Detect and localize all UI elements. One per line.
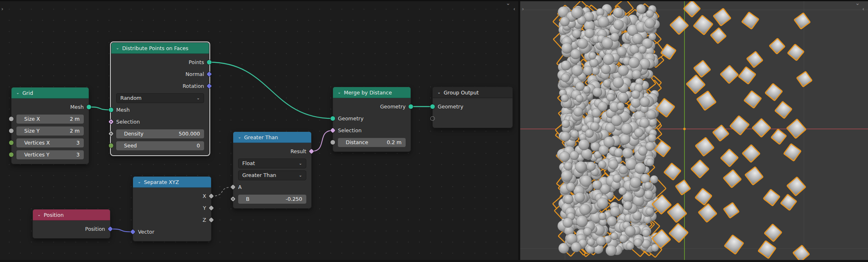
node-editor-canvas[interactable]: ⌄GridMeshSize X2 mSize Y2 mVertices X3Ve…	[0, 0, 518, 262]
world-origin-dot	[683, 128, 686, 130]
greater-b-in-socket[interactable]	[231, 197, 235, 201]
merge-distance-field[interactable]: Distance0.2 m	[338, 138, 406, 147]
greater-b-field[interactable]: B-0.250	[238, 195, 306, 204]
editor-header-collapse-icon[interactable]: ⌄	[506, 0, 510, 6]
greater-result-out-socket[interactable]	[309, 149, 314, 154]
grid-size-x-field[interactable]: Size X2 m	[16, 115, 84, 124]
node-title: Separate XYZ	[144, 179, 179, 185]
grid-size-x-in-socket[interactable]	[9, 117, 14, 121]
separate-z-out-socket[interactable]	[209, 218, 214, 222]
socket-circle	[409, 104, 413, 109]
grid-vertices-y-in-socket[interactable]	[9, 152, 14, 157]
socket-label: Geometry	[338, 115, 363, 122]
field-value: 500.000	[179, 131, 200, 137]
distribute-density-in-socket[interactable]	[109, 131, 113, 136]
distribute-rotation-out-socket[interactable]	[207, 84, 211, 88]
collapse-chevron-icon[interactable]: ⌄	[338, 90, 341, 94]
node-header-greater[interactable]: ⌄Greater Than	[233, 132, 311, 143]
merge-geometry-in-socket[interactable]	[331, 116, 335, 121]
collapse-chevron-icon[interactable]: ⌄	[116, 46, 119, 50]
grid-size-y-in-socket[interactable]	[9, 129, 14, 133]
viewport-toolbar-toggle-icon[interactable]: ›	[522, 6, 524, 11]
socket-label: A	[238, 184, 242, 190]
distribute-mesh-in-socket[interactable]	[109, 108, 113, 112]
field-label: Seed	[124, 142, 137, 149]
node-body-position: Position	[33, 221, 110, 238]
distribute-row-selection: Selection	[111, 116, 209, 128]
collapse-chevron-icon[interactable]: ⌄	[16, 90, 19, 95]
distribute-dropdown[interactable]: Random⌄	[116, 93, 204, 103]
viewport-header-collapse-icon[interactable]: ⌄	[855, 0, 860, 6]
greater-row-result: Result	[233, 145, 311, 157]
separate-y-out-socket[interactable]	[209, 206, 214, 210]
group_output-geometry-in-socket[interactable]	[430, 104, 435, 109]
collapse-chevron-icon[interactable]: ⌄	[37, 212, 41, 217]
field-value: 3	[76, 140, 80, 146]
group_output-virtual-in-socket[interactable]	[430, 116, 435, 121]
node-header-separate[interactable]: ⌄Separate XYZ	[133, 177, 211, 188]
socket-circle	[9, 129, 14, 133]
node-grid[interactable]: ⌄GridMeshSize X2 mSize Y2 mVertices X3Ve…	[11, 87, 89, 164]
socket-field-dot	[110, 121, 112, 122]
3d-viewport[interactable]	[520, 0, 868, 262]
field-label: Distance	[346, 139, 368, 145]
distribute-seed-in-socket[interactable]	[109, 143, 113, 148]
grid-mesh-out-socket[interactable]	[87, 105, 91, 109]
distribute-seed-field[interactable]: Seed0	[116, 141, 204, 150]
distribute-density-field[interactable]: Density500.000	[116, 129, 204, 138]
separate-x-out-socket[interactable]	[209, 194, 214, 198]
socket-label: Points	[188, 59, 204, 65]
distribute-normal-out-socket[interactable]	[207, 72, 211, 76]
collapse-chevron-icon[interactable]: ⌄	[138, 179, 141, 184]
merge-geometry-out-socket[interactable]	[409, 104, 413, 109]
socket-label: X	[202, 193, 206, 199]
merge-row-distance: Distance0.2 m	[333, 136, 411, 148]
node-body-greater: ResultFloat⌄Greater Than⌄AB-0.250	[233, 143, 311, 208]
viewport-sidebar-toggle-icon[interactable]: ‹	[862, 6, 864, 11]
socket-circle	[109, 108, 113, 112]
node-header-position[interactable]: ⌄Position	[33, 209, 110, 221]
greater-row-a: A	[233, 181, 311, 193]
socket-diamond	[309, 149, 314, 154]
node-header-distribute[interactable]: ⌄Distribute Points on Faces	[111, 43, 209, 54]
merge-distance-in-socket[interactable]	[331, 140, 335, 145]
chevron-down-icon: ⌄	[299, 173, 302, 177]
node-distribute[interactable]: ⌄Distribute Points on FacesPointsNormalR…	[111, 42, 209, 155]
editor-toolbar-toggle-icon[interactable]: ›	[1, 6, 3, 11]
node-group_output[interactable]: ⌄Group OutputGeometry	[432, 87, 513, 128]
node-separate[interactable]: ⌄Separate XYZXYZVector	[133, 176, 211, 241]
node-header-grid[interactable]: ⌄Grid	[11, 87, 89, 99]
merge-selection-in-socket[interactable]	[331, 128, 335, 133]
greater-dropdown[interactable]: Float⌄	[238, 159, 306, 168]
merged-points-cluster[interactable]	[553, 0, 666, 257]
node-merge[interactable]: ⌄Merge by DistanceGeometryGeometrySelect…	[333, 87, 411, 152]
grid-size-y-field[interactable]: Size Y2 m	[16, 126, 84, 136]
node-body-group_output: Geometry	[433, 98, 512, 128]
node-header-merge[interactable]: ⌄Merge by Distance	[333, 87, 411, 98]
field-value: 3	[76, 152, 80, 158]
position-position-out-socket[interactable]	[108, 227, 113, 231]
greater-row-float: Float⌄	[233, 157, 311, 169]
collapse-chevron-icon[interactable]: ⌄	[238, 135, 241, 139]
distribute-row-random: Random⌄	[111, 92, 209, 104]
grid-vertices-y-field[interactable]: Vertices Y3	[16, 150, 84, 159]
socket-label: Geometry	[380, 103, 406, 110]
greater-dropdown[interactable]: Greater Than⌄	[238, 170, 306, 180]
distribute-selection-in-socket[interactable]	[109, 120, 113, 124]
grid-vertices-x-field[interactable]: Vertices X3	[16, 138, 84, 147]
editor-sidebar-toggle-icon[interactable]: ‹	[513, 6, 515, 11]
separate-vector-in-socket[interactable]	[131, 230, 135, 234]
collapse-chevron-icon[interactable]: ⌄	[437, 90, 441, 94]
socket-diamond	[108, 119, 114, 124]
node-greater[interactable]: ⌄Greater ThanResultFloat⌄Greater Than⌄AB…	[233, 131, 312, 209]
distribute-points-out-socket[interactable]	[207, 60, 211, 64]
grid-row-vertices-y: Vertices Y3	[11, 149, 89, 161]
node-position[interactable]: ⌄PositionPosition	[32, 209, 110, 239]
greater-a-in-socket[interactable]	[231, 185, 235, 189]
socket-diamond	[108, 131, 114, 136]
grid-vertices-x-in-socket[interactable]	[9, 140, 14, 145]
node-header-group_output[interactable]: ⌄Group Output	[433, 87, 512, 98]
socket-circle	[331, 140, 335, 145]
distribute-row-mesh: Mesh	[111, 104, 209, 116]
field-label: B	[246, 196, 250, 202]
